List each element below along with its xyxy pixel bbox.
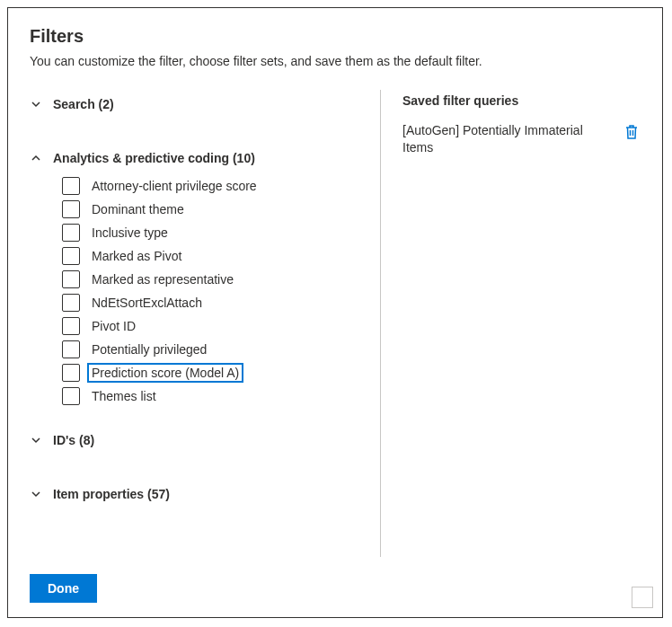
section-itemprops-header[interactable]: Item properties (57): [30, 480, 366, 508]
saved-query-name[interactable]: [AutoGen] Potentially Immaterial Items: [402, 122, 612, 156]
analytics-options: Attorney-client privilege score Dominant…: [30, 172, 366, 415]
footer: Done: [30, 574, 97, 603]
checkbox[interactable]: [62, 177, 80, 195]
option-row: NdEtSortExclAttach: [62, 291, 366, 314]
checkbox[interactable]: [62, 340, 80, 358]
checkbox[interactable]: [62, 247, 80, 265]
option-row: Dominant theme: [62, 198, 366, 221]
saved-queries-title: Saved filter queries: [402, 90, 641, 108]
option-label[interactable]: Pivot ID: [89, 318, 138, 334]
saved-query-row: [AutoGen] Potentially Immaterial Items: [402, 122, 641, 156]
section-search-header[interactable]: Search (2): [30, 90, 366, 119]
section-ids-label: ID's (8): [53, 433, 94, 447]
panel-subtitle: You can customize the filter, choose fil…: [30, 54, 641, 68]
option-row: Pivot ID: [62, 314, 366, 338]
option-row: Marked as representative: [62, 268, 366, 291]
option-label[interactable]: Dominant theme: [89, 201, 187, 217]
chevron-up-icon: [30, 152, 42, 164]
option-label[interactable]: Marked as Pivot: [89, 248, 184, 264]
section-search-label: Search (2): [53, 97, 114, 111]
section-itemprops-label: Item properties (57): [53, 487, 170, 501]
section-analytics-label: Analytics & predictive coding (10): [53, 151, 255, 165]
checkbox[interactable]: [62, 317, 80, 335]
option-row: Potentially privileged: [62, 338, 366, 361]
option-row: Themes list: [62, 384, 366, 408]
option-label[interactable]: Themes list: [89, 388, 159, 404]
option-label[interactable]: Prediction score (Model A): [89, 365, 242, 381]
option-row: Inclusive type: [62, 221, 366, 244]
saved-queries-column: Saved filter queries [AutoGen] Potential…: [381, 90, 641, 557]
checkbox[interactable]: [62, 200, 80, 218]
chevron-down-icon: [30, 434, 42, 446]
panel-title: Filters: [30, 26, 641, 47]
checkbox[interactable]: [62, 294, 80, 312]
checkbox[interactable]: [62, 270, 80, 288]
chevron-down-icon: [30, 488, 42, 500]
delete-saved-query-button[interactable]: [623, 122, 641, 145]
checkbox[interactable]: [62, 387, 80, 405]
option-label[interactable]: Inclusive type: [89, 225, 171, 241]
option-row: Prediction score (Model A): [62, 361, 366, 384]
checkbox[interactable]: [62, 224, 80, 242]
chevron-down-icon: [30, 98, 42, 110]
option-row: Attorney-client privilege score: [62, 174, 366, 198]
columns: Search (2) Analytics & predictive coding…: [30, 90, 641, 557]
option-label[interactable]: Attorney-client privilege score: [89, 178, 260, 194]
filter-sections-column: Search (2) Analytics & predictive coding…: [30, 90, 380, 557]
trash-icon: [624, 129, 639, 143]
option-label[interactable]: NdEtSortExclAttach: [89, 295, 205, 311]
done-button[interactable]: Done: [30, 574, 97, 603]
resize-handle[interactable]: [632, 587, 653, 608]
filters-panel: Filters You can customize the filter, ch…: [7, 7, 663, 618]
checkbox[interactable]: [62, 364, 80, 382]
section-ids-header[interactable]: ID's (8): [30, 426, 366, 455]
option-row: Marked as Pivot: [62, 244, 366, 268]
option-label[interactable]: Potentially privileged: [89, 341, 209, 358]
option-label[interactable]: Marked as representative: [89, 271, 236, 287]
section-analytics-header[interactable]: Analytics & predictive coding (10): [30, 144, 366, 172]
